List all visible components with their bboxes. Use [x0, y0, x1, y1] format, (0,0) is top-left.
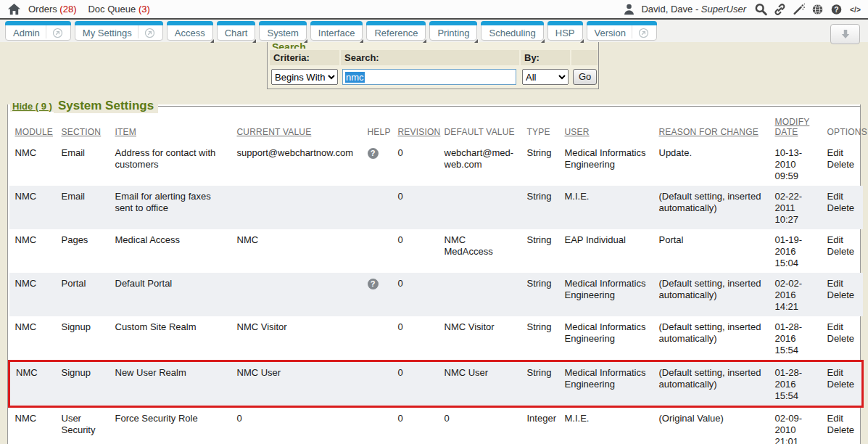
- by-select[interactable]: All: [522, 69, 569, 85]
- user-avatar-icon: [622, 3, 636, 16]
- page-title: System Settings: [54, 99, 158, 113]
- tab-printing[interactable]: Printing: [429, 21, 477, 41]
- cell-type: String: [521, 229, 559, 273]
- cell-help: [362, 229, 392, 273]
- cell-module: NMC: [9, 229, 56, 273]
- help-icon[interactable]: ?: [830, 3, 843, 16]
- tab-reference[interactable]: Reference: [366, 21, 426, 41]
- tab-chart[interactable]: Chart: [217, 21, 256, 41]
- search-label: Search:: [341, 50, 519, 65]
- cell-default-value: NMC MedAccess: [439, 229, 521, 273]
- tab-label: Reference: [374, 25, 418, 38]
- edit-link[interactable]: Edit: [827, 278, 857, 289]
- nav-orders[interactable]: Orders (28): [28, 4, 76, 15]
- cell-section: Signup: [56, 316, 109, 361]
- topbar-actions: ?</>: [754, 3, 862, 16]
- column-header-item[interactable]: ITEM: [109, 114, 231, 142]
- system-settings-section: MODULESECTIONITEMCURRENT VALUEHELPREVISI…: [7, 99, 861, 444]
- orders-count: (28): [59, 4, 76, 15]
- cell-revision: 0: [392, 142, 439, 186]
- column-header-help: HELP: [362, 114, 392, 142]
- help-icon[interactable]: ?: [368, 279, 379, 289]
- tab-label: Interface: [318, 25, 355, 38]
- cell-user: Medical Informatics Engineering: [559, 142, 653, 186]
- cell-options: EditDelete: [822, 186, 863, 229]
- tab-admin[interactable]: Admin: [5, 21, 71, 41]
- cell-options: EditDelete: [822, 142, 863, 186]
- delete-link[interactable]: Delete: [827, 202, 857, 214]
- cell-reason-for-change: (Default setting, inserted automatically…: [653, 273, 769, 316]
- criteria-select[interactable]: Begins With: [271, 69, 338, 85]
- column-header-module[interactable]: MODULE: [9, 114, 56, 142]
- user-name[interactable]: David, Dave - SuperUser: [641, 4, 746, 15]
- code-icon[interactable]: </>: [848, 3, 862, 16]
- cell-options: EditDelete: [822, 361, 863, 406]
- wand-icon[interactable]: [792, 3, 806, 16]
- cell-reason-for-change: (Default setting, inserted automatically…: [653, 186, 769, 229]
- cell-type: String: [521, 316, 559, 361]
- topbar-right: David, Dave - SuperUser ?</>: [622, 3, 862, 16]
- open-in-new-icon[interactable]: [138, 25, 155, 38]
- column-header-section[interactable]: SECTION: [56, 114, 109, 142]
- cell-item: Custom Site Realm: [109, 316, 231, 361]
- tab-system[interactable]: System: [259, 21, 306, 41]
- edit-link[interactable]: Edit: [827, 367, 856, 379]
- settings-table: MODULESECTIONITEMCURRENT VALUEHELPREVISI…: [8, 114, 864, 444]
- top-bar: Orders (28) Doc Queue (3) David, Dave - …: [0, 0, 868, 20]
- cell-revision: 0: [392, 186, 439, 229]
- scroll-down-button[interactable]: [830, 24, 860, 44]
- go-button[interactable]: Go: [573, 69, 597, 85]
- column-header-modify-date[interactable]: MODIFY DATE: [769, 114, 822, 142]
- nav-doc-queue[interactable]: Doc Queue (3): [88, 4, 149, 15]
- delete-link[interactable]: Delete: [827, 379, 856, 390]
- tab-scheduling[interactable]: Scheduling: [481, 21, 543, 41]
- tab-label: Version: [595, 25, 626, 38]
- cell-module: NMC: [9, 186, 56, 229]
- search-input[interactable]: nmc: [342, 69, 516, 85]
- delete-link[interactable]: Delete: [827, 333, 857, 345]
- open-in-new-icon[interactable]: [632, 25, 649, 38]
- cell-modify-date: 02-22-2011 10:27: [769, 186, 822, 229]
- cell-help: [362, 316, 392, 361]
- cell-default-value: [439, 273, 521, 316]
- tab-my-settings[interactable]: My Settings: [75, 21, 163, 41]
- edit-link[interactable]: Edit: [827, 234, 857, 246]
- table-row: NMCEmailAddress for contact with custome…: [9, 142, 863, 186]
- hide-link[interactable]: Hide ( 9 ): [10, 101, 54, 112]
- column-header-type: TYPE: [521, 114, 559, 142]
- tab-label: My Settings: [83, 25, 132, 38]
- cell-reason-for-change: (Default setting, inserted automatically…: [653, 361, 769, 406]
- column-header-current-value[interactable]: CURRENT VALUE: [231, 114, 362, 142]
- delete-link[interactable]: Delete: [827, 159, 857, 170]
- tab-version[interactable]: Version: [587, 21, 657, 41]
- section-legend: Hide ( 9 ) System Settings: [7, 99, 861, 113]
- tab-interface[interactable]: Interface: [310, 21, 363, 41]
- search-icon[interactable]: [754, 3, 768, 16]
- table-row: NMCSignupNew User RealmNMC User0NMC User…: [9, 361, 863, 406]
- edit-link[interactable]: Edit: [827, 321, 857, 333]
- tab-hsp[interactable]: HSP: [547, 21, 583, 41]
- home-icon[interactable]: [7, 3, 21, 15]
- column-header-revision[interactable]: REVISION: [392, 114, 439, 142]
- link-icon[interactable]: [773, 3, 787, 16]
- cell-section: Email: [56, 186, 109, 229]
- cell-type: Integer: [521, 406, 559, 444]
- edit-link[interactable]: Edit: [827, 413, 857, 424]
- globe-icon[interactable]: [811, 3, 824, 16]
- delete-link[interactable]: Delete: [827, 246, 857, 258]
- search-grid: Criteria: Search: By: Begins With nmc Al…: [270, 50, 596, 86]
- cell-default-value: [439, 186, 521, 229]
- section-body: MODULESECTIONITEMCURRENT VALUEHELPREVISI…: [7, 104, 861, 444]
- cell-modify-date: 10-13-2010 09:59: [769, 142, 822, 186]
- help-icon[interactable]: ?: [368, 148, 379, 159]
- edit-link[interactable]: Edit: [827, 191, 857, 202]
- column-header-reason-for-change[interactable]: REASON FOR CHANGE: [653, 114, 769, 142]
- tab-access[interactable]: Access: [167, 21, 213, 41]
- delete-link[interactable]: Delete: [827, 424, 857, 436]
- edit-link[interactable]: Edit: [827, 147, 857, 159]
- open-in-new-icon[interactable]: [46, 25, 63, 38]
- cell-section: Portal: [56, 273, 109, 316]
- column-header-user[interactable]: USER: [559, 114, 653, 142]
- cell-user: Medical Informatics Engineering: [559, 316, 653, 361]
- delete-link[interactable]: Delete: [827, 289, 857, 301]
